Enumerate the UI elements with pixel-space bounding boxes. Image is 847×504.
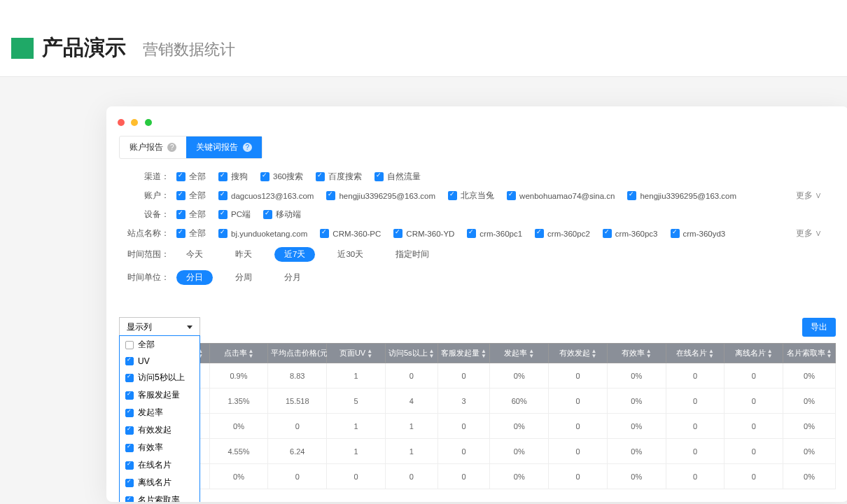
data-table-wrap: 账户▲▼用▲▼点击率▲▼平均点击价格(元)▲▼页面UV▲▼访问5s以上▲▼客服发… bbox=[119, 343, 836, 489]
range-custom[interactable]: 指定时间 bbox=[386, 247, 439, 262]
unit-month[interactable]: 分月 bbox=[274, 270, 311, 285]
column-header[interactable]: 离线名片▲▼ bbox=[724, 344, 783, 363]
filter-channel: 渠道： 全部 搜狗 360搜索 百度搜索 自然流量 bbox=[119, 167, 836, 186]
dropdown-item[interactable]: 发起率 bbox=[120, 404, 200, 421]
table-cell: 0% bbox=[783, 388, 836, 414]
sort-icon: ▲▼ bbox=[827, 349, 832, 358]
column-header[interactable]: 有效率▲▼ bbox=[607, 344, 666, 363]
range-today[interactable]: 今天 bbox=[176, 247, 213, 262]
help-icon[interactable]: ? bbox=[167, 143, 176, 152]
range-30days[interactable]: 近30天 bbox=[328, 247, 373, 262]
column-header[interactable]: 访问5s以上▲▼ bbox=[385, 344, 438, 363]
dropdown-item-label: 在线名片 bbox=[138, 459, 172, 471]
checkbox-item[interactable]: hengjiu3396295@163.com bbox=[326, 191, 435, 200]
dropdown-item[interactable]: UV bbox=[120, 354, 200, 369]
table-cell: 0 bbox=[724, 363, 783, 388]
report-tabs: 账户报告 ? 关键词报告 ? bbox=[119, 136, 262, 159]
dropdown-button[interactable]: 显示列 bbox=[119, 317, 200, 337]
filter-items: 全部 dagcuos123@163.com hengjiu3396295@163… bbox=[176, 190, 796, 201]
table-cell: 1 bbox=[385, 414, 438, 439]
table-cell: 5 bbox=[327, 388, 386, 414]
checkbox-item[interactable]: crm-360pc1 bbox=[467, 229, 522, 238]
column-header[interactable]: 发起率▲▼ bbox=[490, 344, 549, 363]
column-header[interactable]: 页面UV▲▼ bbox=[327, 344, 386, 363]
filter-time-unit: 时间单位： 分日 分周 分月 bbox=[119, 266, 836, 289]
dropdown-item[interactable]: 在线名片 bbox=[120, 456, 200, 474]
table-cell: 0% bbox=[607, 464, 666, 489]
checkbox-icon bbox=[218, 210, 227, 219]
unit-week[interactable]: 分周 bbox=[225, 270, 262, 285]
checkbox-item[interactable]: 移动端 bbox=[263, 209, 301, 220]
dropdown-item[interactable]: 名片索取率 bbox=[120, 491, 200, 502]
dropdown-item[interactable]: 离线名片 bbox=[120, 474, 200, 491]
dropdown-item[interactable]: 有效率 bbox=[120, 439, 200, 456]
range-yesterday[interactable]: 昨天 bbox=[225, 247, 262, 262]
checkbox-item[interactable]: 全部 bbox=[176, 190, 206, 201]
table-cell: 1 bbox=[327, 439, 386, 464]
checkbox-icon bbox=[176, 229, 186, 238]
table-cell: 0 bbox=[549, 388, 608, 414]
more-link[interactable]: 更多 ∨ bbox=[796, 190, 836, 201]
column-header[interactable]: 有效发起▲▼ bbox=[549, 344, 608, 363]
checkbox-item[interactable]: wenbohuamao74@sina.cn bbox=[507, 191, 615, 200]
column-header[interactable]: 点击率▲▼ bbox=[209, 344, 268, 363]
unit-day[interactable]: 分日 bbox=[176, 270, 213, 285]
page-title: 产品演示 bbox=[42, 34, 126, 62]
checkbox-item[interactable]: 全部 bbox=[176, 228, 206, 239]
checkbox-item[interactable]: 全部 bbox=[176, 172, 206, 182]
checkbox-item[interactable]: crm-360pc2 bbox=[535, 229, 590, 238]
checkbox-icon bbox=[176, 210, 186, 219]
dropdown-item[interactable]: 访问5秒以上 bbox=[120, 369, 200, 386]
range-7days[interactable]: 近7天 bbox=[274, 247, 315, 262]
dropdown-item[interactable]: 全部 bbox=[120, 336, 200, 354]
export-button[interactable]: 导出 bbox=[802, 318, 836, 337]
filter-items: 今天 昨天 近7天 近30天 指定时间 bbox=[176, 247, 836, 262]
checkbox-item[interactable]: CRM-360-PC bbox=[320, 229, 381, 238]
checkbox-item[interactable]: 360搜索 bbox=[260, 172, 303, 182]
sort-icon: ▲▼ bbox=[592, 349, 597, 358]
checkbox-icon bbox=[507, 191, 516, 200]
checkbox-item[interactable]: 全部 bbox=[176, 209, 206, 220]
dropdown-item-label: 全部 bbox=[138, 339, 155, 351]
table-cell: 0% bbox=[607, 363, 666, 388]
close-icon[interactable] bbox=[118, 119, 125, 126]
table-body: bj-云朵课堂堂0.9%8.831000%00%000%bj-云朵课堂1.35%… bbox=[120, 363, 836, 489]
checkbox-item[interactable]: hengjiu3396295@163.com bbox=[627, 191, 736, 200]
maximize-icon[interactable] bbox=[145, 119, 152, 126]
table-cell: 8.83 bbox=[268, 363, 327, 388]
checkbox-item[interactable]: 北京当兔 bbox=[448, 190, 494, 201]
checkbox-icon bbox=[218, 191, 227, 200]
dropdown-item[interactable]: 有效发起 bbox=[120, 421, 200, 439]
checkbox-item[interactable]: dagcuos123@163.com bbox=[218, 191, 314, 200]
checkbox-icon bbox=[393, 229, 402, 238]
checkbox-item[interactable]: 自然流量 bbox=[374, 172, 421, 182]
table-cell: 0 bbox=[666, 363, 724, 388]
checkbox-item[interactable]: 搜狗 bbox=[218, 172, 248, 182]
checkbox-icon bbox=[125, 479, 134, 487]
column-header[interactable]: 客服发起量▲▼ bbox=[438, 344, 490, 363]
more-link[interactable]: 更多 ∨ bbox=[796, 228, 836, 239]
checkbox-item[interactable]: CRM-360-YD bbox=[393, 229, 454, 238]
dropdown-menu: 全部UV访问5秒以上客服发起量发起率有效发起有效率在线名片离线名片名片索取率有效… bbox=[119, 335, 200, 502]
checkbox-icon bbox=[125, 461, 134, 470]
help-icon[interactable]: ? bbox=[243, 143, 252, 152]
filter-label: 时间范围： bbox=[119, 249, 169, 260]
checkbox-item[interactable]: crm-360yd3 bbox=[671, 229, 726, 238]
checkbox-item[interactable]: PC端 bbox=[218, 209, 251, 220]
tab-account-report[interactable]: 账户报告 ? bbox=[120, 136, 186, 158]
sort-icon: ▲▼ bbox=[708, 349, 714, 358]
checkbox-icon bbox=[125, 496, 134, 503]
column-header[interactable]: 名片索取率▲▼ bbox=[783, 344, 836, 363]
column-header[interactable]: 平均点击价格(元)▲▼ bbox=[268, 344, 327, 363]
minimize-icon[interactable] bbox=[131, 119, 138, 126]
checkbox-icon bbox=[467, 229, 476, 238]
sort-icon: ▲▼ bbox=[481, 349, 486, 358]
checkbox-icon bbox=[320, 229, 329, 238]
checkbox-item[interactable]: 百度搜索 bbox=[316, 172, 362, 182]
column-header[interactable]: 在线名片▲▼ bbox=[666, 344, 724, 363]
tab-keyword-report[interactable]: 关键词报告 ? bbox=[186, 136, 261, 158]
checkbox-item[interactable]: crm-360pc3 bbox=[603, 229, 658, 238]
dropdown-item[interactable]: 客服发起量 bbox=[120, 386, 200, 404]
checkbox-item[interactable]: bj.yunduoketang.com bbox=[218, 229, 307, 238]
table-cell: 4 bbox=[385, 388, 438, 414]
